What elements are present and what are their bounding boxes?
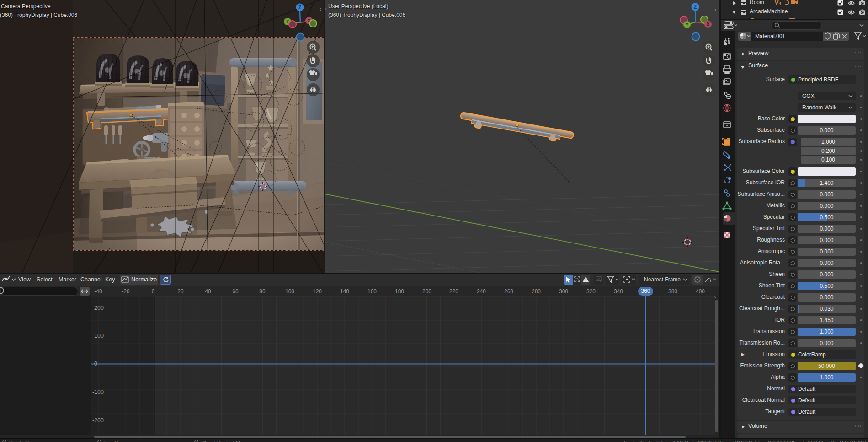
svg-text:X: X: [707, 22, 710, 27]
svg-text:0: 0: [94, 361, 97, 367]
svg-text:-200: -200: [92, 417, 104, 424]
svg-text:200: 200: [94, 305, 104, 311]
svg-text:Z: Z: [298, 5, 301, 10]
svg-text:Y: Y: [686, 22, 689, 27]
svg-text:100: 100: [94, 333, 104, 339]
svg-text:-100: -100: [92, 389, 104, 395]
svg-text:‹: ‹: [714, 6, 716, 13]
svg-text:Z: Z: [694, 5, 697, 10]
svg-text:‹: ‹: [320, 6, 321, 12]
